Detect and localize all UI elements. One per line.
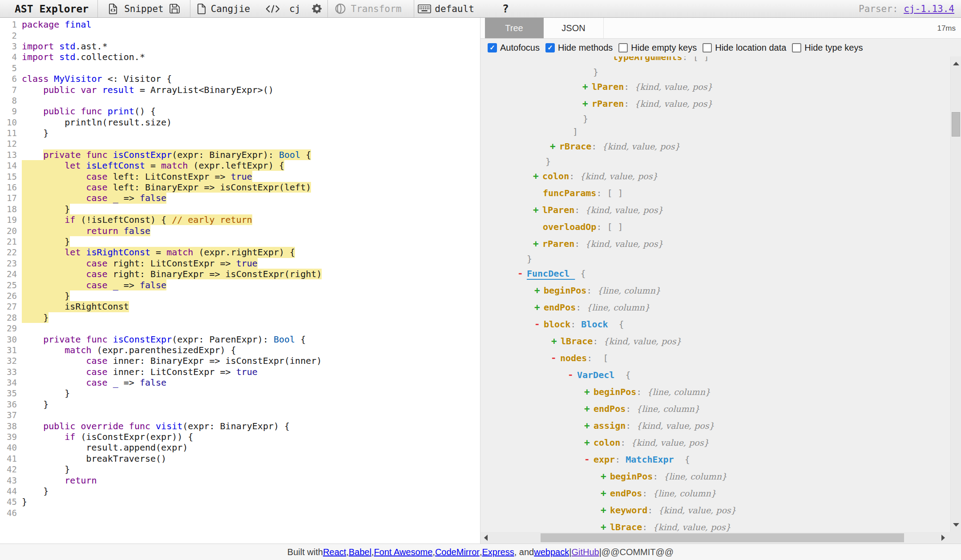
code-line[interactable]: 1package final [0, 19, 480, 30]
code-line[interactable]: 16 case left: BinaryExpr => isConstExpr(… [0, 182, 480, 193]
code-line[interactable]: 43 return [0, 475, 480, 485]
tree-node-line[interactable]: +rParen: {kind, value, pos} [489, 235, 949, 252]
checkbox-icon[interactable] [618, 43, 628, 52]
code-line[interactable]: 19 if (!isLeftConst) { // early return [0, 214, 480, 225]
tree-node-line[interactable]: +rParen: {kind, value, pos} [489, 95, 949, 112]
code-line[interactable]: 33 case inner: LitConstExpr => true [0, 367, 480, 377]
setting-hide-empty-keys[interactable]: Hide empty keys [618, 43, 697, 53]
setting-hide-location-data[interactable]: Hide location data [703, 43, 786, 53]
tree-node-line[interactable]: +lParen: {kind, value, pos} [489, 78, 949, 95]
save-icon[interactable] [169, 3, 180, 14]
transform-toggle-icon[interactable] [334, 3, 347, 15]
tree-node-line[interactable]: +beginPos: {line, column} [489, 383, 949, 400]
tree-node-line[interactable]: +rBrace: {kind, value, pos} [489, 138, 949, 155]
code-line[interactable]: 12 [0, 138, 480, 149]
tree-node-line[interactable]: -expr: MatchExpr { [489, 451, 949, 468]
code-line[interactable]: 24 case right: BinaryExpr => isConstExpr… [0, 269, 480, 279]
tree-node-line[interactable]: +lBrace: {kind, value, pos} [489, 333, 949, 350]
expand-icon[interactable]: + [534, 302, 544, 313]
expand-icon[interactable]: + [584, 420, 594, 431]
code-line[interactable]: 22 let isRightConst = match (expr.rightE… [0, 247, 480, 258]
code-line[interactable]: 23 case right: LitConstExpr => true [0, 258, 480, 269]
code-line[interactable]: 26 } [0, 290, 480, 301]
transform-button[interactable]: Transform [351, 4, 402, 14]
code-line[interactable]: 42 } [0, 464, 480, 475]
collapse-icon[interactable]: - [534, 319, 544, 330]
gear-icon[interactable] [311, 3, 323, 14]
code-line[interactable]: 38 public override func visit(expr: Bina… [0, 420, 480, 431]
expand-icon[interactable]: + [533, 171, 542, 181]
expand-icon[interactable]: + [584, 437, 594, 448]
ast-tree[interactable]: typeArguments: [ ]}+lParen: {kind, value… [480, 56, 949, 532]
code-line[interactable]: 11 } [0, 128, 480, 138]
tree-node-line[interactable]: -block: Block { [489, 316, 949, 333]
tree-node-line[interactable]: +colon: {kind, value, pos} [489, 434, 949, 451]
code-line[interactable]: 5 [0, 63, 480, 73]
scroll-left-icon[interactable] [484, 535, 488, 541]
expand-icon[interactable]: + [533, 205, 542, 215]
code-line[interactable]: 14 let isLeftConst = match (expr.leftExp… [0, 160, 480, 171]
code-line[interactable]: 15 case left: LitConstExpr => true [0, 171, 480, 181]
code-editor[interactable]: 1package final23import std.ast.*4import … [0, 18, 480, 544]
expand-icon[interactable]: + [601, 505, 610, 516]
code-line[interactable]: 37 [0, 410, 480, 420]
code-line[interactable]: 21 } [0, 236, 480, 247]
tree-node-line[interactable]: +colon: {kind, value, pos} [489, 168, 949, 185]
help-button[interactable]: ? [502, 2, 509, 15]
code-line[interactable]: 28 } [0, 312, 480, 323]
code-line[interactable]: 18 } [0, 204, 480, 214]
checkbox-icon[interactable]: ✓ [545, 43, 555, 52]
expand-icon[interactable]: + [601, 471, 610, 482]
tree-node-type-link[interactable]: FuncDecl [527, 268, 575, 279]
file-code-icon[interactable] [107, 3, 119, 15]
parser-button[interactable]: cj [289, 4, 300, 14]
expand-icon[interactable]: + [550, 141, 559, 152]
code-line[interactable]: 31 match (expr.parenthesizedExpr) { [0, 345, 480, 355]
code-line[interactable]: 6class MyVisitor <: Visitor { [0, 73, 480, 84]
code-line[interactable]: 10 println(result.size) [0, 117, 480, 128]
tree-node-line[interactable]: +endPos: {line, column} [489, 400, 949, 417]
vertical-scrollbar-thumb[interactable] [952, 112, 960, 137]
checkbox-icon[interactable]: ✓ [488, 43, 497, 52]
footer-link-codemirror[interactable]: CodeMirror [435, 547, 480, 557]
footer-link-github[interactable]: GitHub [571, 547, 599, 557]
code-line[interactable]: 30 private func isConstExpr(expr: ParenE… [0, 334, 480, 344]
expand-icon[interactable]: + [534, 285, 544, 296]
tree-node-line[interactable]: +lParen: {kind, value, pos} [489, 201, 949, 218]
code-line[interactable]: 20 return false [0, 225, 480, 236]
footer-link-babel[interactable]: Babel [349, 547, 371, 557]
keymap-button[interactable]: default [435, 4, 474, 14]
code-line[interactable]: 13 private func isConstExpr(expr: Binary… [0, 149, 480, 160]
code-line[interactable]: 45} [0, 496, 480, 507]
code-line[interactable]: 3import std.ast.* [0, 41, 480, 52]
setting-hide-type-keys[interactable]: Hide type keys [792, 43, 863, 53]
code-line[interactable]: 32 case inner: BinaryExpr => isConstExpr… [0, 355, 480, 366]
checkbox-icon[interactable] [792, 43, 801, 52]
collapse-icon[interactable]: - [568, 370, 577, 380]
code-line[interactable]: 46 [0, 508, 480, 518]
vertical-scrollbar[interactable] [950, 56, 961, 532]
horizontal-scrollbar-thumb[interactable] [541, 533, 904, 542]
language-button[interactable]: Cangjie [211, 4, 250, 14]
code-line[interactable]: 7 public var result = ArrayList<BinaryEx… [0, 84, 480, 95]
tree-node-line[interactable]: -VarDecl { [489, 367, 949, 383]
expand-icon[interactable]: + [601, 522, 610, 532]
code-line[interactable]: 39 if (isConstExpr(expr)) { [0, 431, 480, 442]
setting-hide-methods[interactable]: ✓Hide methods [545, 43, 613, 53]
footer-link-express[interactable]: Express [482, 547, 514, 557]
tree-node-line[interactable]: -FuncDecl { [489, 265, 949, 282]
tree-node-line[interactable]: +keyword: {kind, value, pos} [489, 502, 949, 519]
expand-icon[interactable]: + [582, 81, 592, 92]
tree-node-line[interactable]: -nodes: [ [489, 350, 949, 367]
expand-icon[interactable]: + [601, 488, 610, 499]
scroll-up-icon[interactable] [953, 62, 959, 65]
expand-icon[interactable]: + [582, 98, 592, 109]
setting-autofocus[interactable]: ✓Autofocus [488, 43, 540, 53]
checkbox-icon[interactable] [703, 43, 712, 52]
horizontal-scrollbar[interactable] [480, 532, 949, 544]
tree-node-line[interactable]: +lBrace: {kind, value, pos} [489, 519, 949, 532]
footer-link-react[interactable]: React [323, 547, 346, 557]
collapse-icon[interactable]: - [551, 353, 560, 363]
footer-link-webpack[interactable]: webpack [534, 547, 569, 557]
expand-icon[interactable]: + [551, 336, 561, 346]
